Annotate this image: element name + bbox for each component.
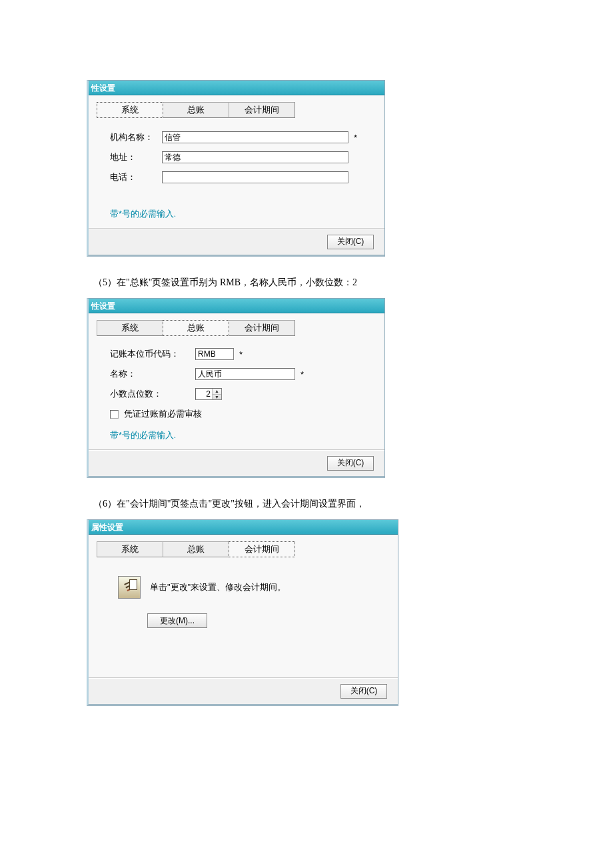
tab-system[interactable]: 系统 [97, 320, 163, 336]
tab-system[interactable]: 系统 [97, 541, 163, 557]
phone-label: 电话： [110, 172, 162, 183]
dialog-footer: 关闭(C) [89, 449, 384, 476]
tab-accounting-period[interactable]: 会计期间 [229, 102, 295, 118]
decimals-label: 小数点位数： [110, 389, 195, 400]
currency-name-label: 名称： [110, 369, 195, 380]
content-panel: 单击"更改"来设置、修改会计期间。 更改(M)... [89, 557, 398, 677]
tab-general-ledger[interactable]: 总账 [163, 320, 229, 336]
address-input[interactable] [162, 151, 348, 163]
currency-code-label: 记账本位币代码： [110, 349, 195, 360]
tab-accounting-period[interactable]: 会计期间 [229, 541, 295, 557]
tab-row: 系统 总账 会计期间 [89, 313, 384, 336]
required-hint: 带*号的必需输入. [110, 209, 370, 220]
dialog-footer: 关闭(C) [89, 228, 384, 255]
instruction-6: （6）在"会计期间"页签点击"更改"按钮，进入会计期间设置界面， [93, 498, 526, 510]
decimals-spinner[interactable]: ▲ ▼ [195, 388, 222, 400]
spinner-down-icon[interactable]: ▼ [213, 395, 221, 400]
org-name-label: 机构名称： [110, 132, 162, 143]
close-button[interactable]: 关闭(C) [327, 235, 374, 249]
tab-general-ledger[interactable]: 总账 [163, 102, 229, 118]
close-button[interactable]: 关闭(C) [327, 456, 374, 471]
spinner-up-icon[interactable]: ▲ [213, 389, 221, 395]
instruction-5: （5）在"总账"页签设置币别为 RMB，名称人民币，小数位数：2 [93, 277, 526, 289]
modify-button[interactable]: 更改(M)... [147, 613, 207, 628]
dialog-system-settings: 性设置 系统 总账 会计期间 机构名称： * 地址： 电话： 带*号的必需输入.… [87, 80, 385, 257]
currency-name-input[interactable] [195, 368, 295, 380]
dialog-title: 性设置 [91, 301, 115, 311]
tab-system[interactable]: 系统 [97, 102, 163, 118]
phone-input[interactable] [162, 171, 348, 183]
decimals-input[interactable] [196, 389, 212, 399]
modify-instruction-text: 单击"更改"来设置、修改会计期间。 [150, 581, 286, 593]
tab-accounting-period[interactable]: 会计期间 [229, 320, 295, 336]
content-panel: 记账本位币代码： * 名称： * 小数点位数： ▲ ▼ 凭证过账前必需审核 带*… [89, 336, 384, 449]
title-bar: 性设置 [89, 299, 384, 313]
content-panel: 机构名称： * 地址： 电话： 带*号的必需输入. [89, 118, 384, 228]
required-star: * [354, 133, 357, 143]
title-bar: 属性设置 [89, 520, 398, 535]
tab-row: 系统 总账 会计期间 [89, 95, 384, 118]
dialog-ledger-settings: 性设置 系统 总账 会计期间 记账本位币代码： * 名称： * 小数点位数： ▲… [87, 298, 385, 478]
dialog-title: 性设置 [91, 83, 115, 93]
tab-general-ledger[interactable]: 总账 [163, 541, 229, 557]
edit-note-icon [118, 576, 141, 599]
currency-code-input[interactable] [195, 348, 234, 360]
title-bar: 性设置 [89, 81, 384, 95]
close-button[interactable]: 关闭(C) [340, 684, 387, 699]
required-hint: 带*号的必需输入. [110, 430, 370, 441]
dialog-period-settings: 属性设置 系统 总账 会计期间 单击"更改"来设置、修改会计期间。 更改(M).… [87, 519, 398, 706]
dialog-footer: 关闭(C) [89, 677, 398, 704]
tab-row: 系统 总账 会计期间 [89, 535, 398, 557]
org-name-input[interactable] [162, 131, 348, 143]
required-star: * [301, 369, 304, 379]
audit-required-checkbox[interactable] [110, 410, 119, 419]
address-label: 地址： [110, 152, 162, 163]
dialog-title: 属性设置 [91, 523, 123, 532]
required-star: * [239, 349, 243, 359]
audit-required-label: 凭证过账前必需审核 [124, 408, 202, 420]
